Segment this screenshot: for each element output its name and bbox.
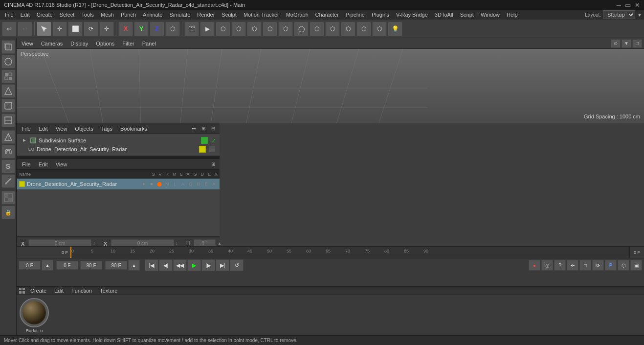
record-active-btn[interactable]: ●	[529, 260, 540, 271]
obj-menu-bookmarks[interactable]: Bookmarks	[117, 125, 150, 133]
menu-render[interactable]: Render	[194, 11, 218, 19]
material-item[interactable]: Radar_n	[20, 298, 49, 333]
row-icon-2[interactable]: ■	[148, 181, 155, 187]
mesh-btn6[interactable]: ◯	[294, 22, 309, 36]
row-icon-5[interactable]: L	[172, 181, 178, 187]
axis-x[interactable]: X	[118, 22, 133, 36]
obj-menu-objects[interactable]: Objects	[72, 125, 96, 133]
record-help-btn[interactable]: ?	[554, 260, 566, 271]
menu-simulate[interactable]: Simulate	[166, 11, 193, 19]
mesh-btn1[interactable]: ⬡	[216, 22, 230, 36]
menu-help[interactable]: Help	[504, 11, 521, 19]
x-rot-input[interactable]	[111, 239, 174, 246]
mesh-btn2[interactable]: ⬡	[231, 22, 246, 36]
vp-menu-options[interactable]: Options	[93, 40, 117, 47]
tool-checker2[interactable]	[1, 191, 15, 205]
mode-move[interactable]: ✛	[52, 22, 67, 36]
menu-sculpt[interactable]: Sculpt	[219, 11, 240, 19]
viewport-3d[interactable]: Perspective	[17, 49, 644, 123]
tool-lock[interactable]: 🔒	[1, 206, 15, 219]
step-forward-btn[interactable]: |▶	[201, 259, 215, 271]
tool-sphere[interactable]	[1, 55, 15, 69]
mesh-btn10[interactable]: ⬡	[356, 22, 371, 36]
tool-mode4[interactable]	[1, 84, 15, 98]
obj-b-file[interactable]: File	[19, 161, 34, 168]
timeline-tool3[interactable]: ⟳	[592, 260, 604, 271]
mesh-btn9[interactable]: ⬡	[341, 22, 355, 36]
menu-mograph[interactable]: MoGraph	[283, 11, 311, 19]
mesh-btn4[interactable]: ⬡	[263, 22, 277, 36]
mode-rotate[interactable]: ⟳	[84, 22, 98, 36]
undo-btn[interactable]: ↩	[2, 22, 17, 36]
menu-3dtoall[interactable]: 3DToAll	[432, 11, 456, 19]
min-frame-up[interactable]: ▲	[128, 260, 140, 271]
mesh-btn7[interactable]: ⬡	[310, 22, 324, 36]
tool-brush[interactable]	[1, 174, 15, 188]
vp-menu-view[interactable]: View	[19, 40, 36, 47]
light-btn[interactable]: 💡	[388, 22, 402, 36]
obj-menu-file[interactable]: File	[19, 125, 34, 133]
vp-ctrl3[interactable]: □	[632, 39, 642, 48]
play-btn2[interactable]: ▶	[200, 22, 215, 36]
vp-ctrl2[interactable]: ▼	[622, 39, 631, 48]
mode-select[interactable]	[37, 22, 51, 36]
obj-menu-tags[interactable]: Tags	[98, 125, 115, 133]
redo-btn[interactable]: ↩	[18, 22, 32, 36]
start-frame-input[interactable]	[56, 261, 78, 270]
mesh-btn11[interactable]: ⬡	[372, 22, 387, 36]
menu-motiontracker[interactable]: Motion Tracker	[241, 11, 282, 19]
record-btn[interactable]: 🎬	[184, 22, 199, 36]
row-icon-8[interactable]: D	[195, 181, 202, 187]
maximize-btn[interactable]: ▭	[625, 1, 631, 9]
vp-ctrl1[interactable]: ⊙	[611, 39, 621, 48]
tool-cube[interactable]	[1, 40, 15, 54]
mode-scale[interactable]: ⬜	[68, 22, 83, 36]
play-forward-btn[interactable]: ▶	[187, 259, 201, 271]
timeline-tool6[interactable]: ▣	[630, 260, 642, 271]
loop-btn[interactable]: ↺	[230, 259, 244, 271]
menu-vray[interactable]: V-Ray Bridge	[393, 11, 431, 19]
obj-row-drone[interactable]: Drone_Detection_Air_Security_Radar ● ■ ⬤…	[17, 179, 220, 189]
mesh-btn3[interactable]: ⬡	[247, 22, 262, 36]
row-icon-9[interactable]: E	[203, 181, 210, 187]
obj-icon1[interactable]: ☰	[189, 124, 198, 133]
axis-y[interactable]: Y	[134, 22, 149, 36]
menu-plugins[interactable]: Plugins	[369, 11, 392, 19]
row-icon-6[interactable]: A	[179, 181, 186, 187]
close-btn[interactable]: ✕	[635, 1, 640, 9]
mesh-btn8[interactable]: ⬡	[325, 22, 340, 36]
mat-texture[interactable]: Texture	[97, 287, 120, 295]
menu-character[interactable]: Character	[312, 11, 342, 19]
vp-menu-cameras[interactable]: Cameras	[38, 40, 66, 47]
axis-all[interactable]: ⬡	[165, 22, 180, 36]
minimize-btn[interactable]: ─	[617, 1, 621, 9]
current-frame-input[interactable]	[19, 261, 41, 270]
mat-create[interactable]: Create	[27, 287, 49, 295]
mat-function[interactable]: Function	[68, 287, 95, 295]
timeline-tool4[interactable]: P	[605, 260, 617, 271]
timeline-tool2[interactable]: □	[579, 260, 591, 271]
obj-icon2[interactable]: ⊞	[199, 124, 208, 133]
end-frame-input[interactable]	[80, 261, 102, 270]
obj-menu-edit[interactable]: Edit	[36, 125, 51, 133]
frame-up-btn[interactable]: ▲	[42, 260, 53, 271]
menu-mesh[interactable]: Mesh	[98, 11, 117, 19]
play-reverse-btn[interactable]: ◀◀	[173, 259, 187, 271]
mat-edit[interactable]: Edit	[51, 287, 67, 295]
row-icon-3[interactable]: ⬤	[156, 181, 163, 187]
goto-end-btn[interactable]: ▶|	[216, 259, 229, 271]
row-icon-10[interactable]: ✕	[211, 181, 218, 187]
mesh-btn5[interactable]: ⬡	[278, 22, 293, 36]
menu-create[interactable]: Create	[34, 11, 56, 19]
menu-pipeline[interactable]: Pipeline	[343, 11, 368, 19]
h-up-btn[interactable]: ▲	[217, 241, 222, 246]
layout-arrow[interactable]: ▼	[637, 12, 642, 18]
menu-file[interactable]: File	[2, 11, 17, 19]
timeline-tool5[interactable]: ⬡	[618, 260, 629, 271]
tool-mode7[interactable]	[1, 130, 15, 144]
layout-select[interactable]: Startup	[603, 10, 635, 19]
object-item-drone[interactable]: LO Drone_Detection_Air_Security_Radar	[17, 145, 220, 154]
obj-b-view[interactable]: View	[53, 161, 70, 168]
object-item-subdivision[interactable]: Subdivision Surface ✓	[17, 136, 220, 145]
tool-dollar[interactable]: S	[1, 160, 15, 173]
